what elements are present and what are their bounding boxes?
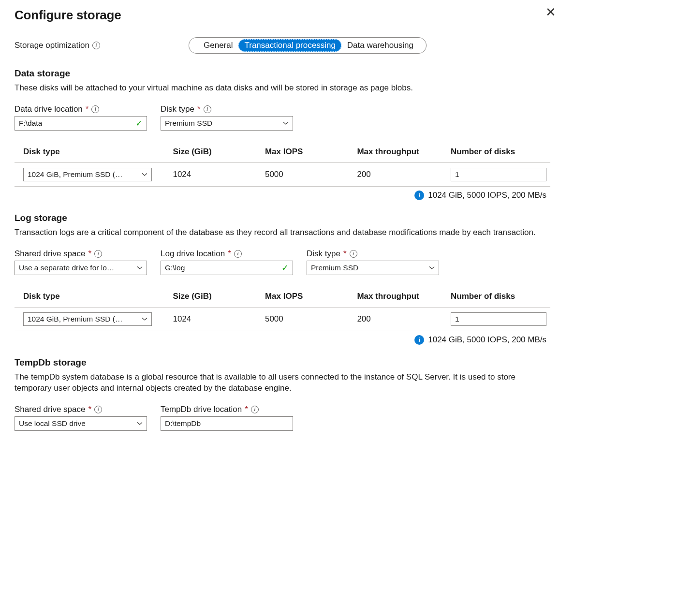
required-indicator: * xyxy=(228,249,231,259)
log-row-throughput: 200 xyxy=(353,307,447,331)
data-row-iops: 5000 xyxy=(261,162,353,186)
chevron-down-icon xyxy=(283,120,289,126)
col-throughput: Max throughput xyxy=(353,287,447,308)
tempdb-shared-drive-select[interactable]: Use local SSD drive xyxy=(15,416,147,431)
table-row: 1024 GiB, Premium SSD (… 1024 5000 200 1 xyxy=(15,307,550,331)
info-icon[interactable]: i xyxy=(91,105,99,113)
data-row-disk-type-select[interactable]: 1024 GiB, Premium SSD (… xyxy=(23,168,152,181)
log-storage-summary: 1024 GiB, 5000 IOPS, 200 MB/s xyxy=(428,335,546,345)
chevron-down-icon xyxy=(137,265,143,271)
chevron-down-icon xyxy=(429,265,435,271)
table-row: 1024 GiB, Premium SSD (… 1024 5000 200 1 xyxy=(15,162,550,186)
pill-general[interactable]: General xyxy=(198,39,238,52)
log-disk-type-select[interactable]: Premium SSD xyxy=(307,261,439,275)
required-indicator: * xyxy=(343,249,347,259)
log-row-disk-type-select[interactable]: 1024 GiB, Premium SSD (… xyxy=(23,312,152,326)
info-badge-icon: i xyxy=(414,191,424,200)
log-storage-description: Transaction logs are a critical componen… xyxy=(15,227,550,238)
log-drive-location-label: Log drive location xyxy=(161,249,225,259)
storage-optimization-label: Storage optimization xyxy=(15,41,89,50)
close-icon[interactable]: ✕ xyxy=(545,6,556,18)
data-storage-description: These disks will be attached to your vir… xyxy=(15,83,550,94)
valid-check-icon: ✓ xyxy=(281,263,289,273)
log-row-num-disks-input[interactable]: 1 xyxy=(451,312,546,326)
chevron-down-icon xyxy=(137,421,143,426)
log-disk-table: Disk type Size (GiB) Max IOPS Max throug… xyxy=(15,287,550,331)
info-icon[interactable]: i xyxy=(350,250,357,258)
data-drive-location-input[interactable]: F:\data ✓ xyxy=(15,116,147,131)
data-row-size: 1024 xyxy=(169,162,261,186)
data-storage-heading: Data storage xyxy=(15,68,550,79)
page-title: Configure storage xyxy=(15,8,550,23)
col-iops: Max IOPS xyxy=(261,287,353,308)
storage-optimization-toggle[interactable]: General Transactional processing Data wa… xyxy=(189,37,427,54)
tempdb-shared-drive-label: Shared drive space xyxy=(15,405,85,414)
info-icon[interactable]: i xyxy=(92,42,100,49)
tempdb-storage-heading: TempDb storage xyxy=(15,357,550,368)
col-size: Size (GiB) xyxy=(169,142,261,163)
col-iops: Max IOPS xyxy=(261,142,353,163)
log-storage-heading: Log storage xyxy=(15,213,550,223)
tempdb-drive-location-input[interactable]: D:\tempDb xyxy=(161,416,293,431)
col-throughput: Max throughput xyxy=(353,142,447,163)
required-indicator: * xyxy=(197,104,201,114)
info-icon[interactable]: i xyxy=(251,406,259,413)
log-shared-drive-label: Shared drive space xyxy=(15,249,85,259)
col-disk-type: Disk type xyxy=(15,142,169,163)
data-row-throughput: 200 xyxy=(353,162,447,186)
data-storage-summary: 1024 GiB, 5000 IOPS, 200 MB/s xyxy=(428,191,546,200)
info-icon[interactable]: i xyxy=(94,250,102,258)
col-num-disks: Number of disks xyxy=(447,287,550,308)
data-disk-table: Disk type Size (GiB) Max IOPS Max throug… xyxy=(15,142,550,187)
tempdb-drive-location-label: TempDb drive location xyxy=(161,405,242,414)
log-disk-type-label: Disk type xyxy=(307,249,340,259)
required-indicator: * xyxy=(86,104,89,114)
chevron-down-icon xyxy=(142,172,147,177)
col-size: Size (GiB) xyxy=(169,287,261,308)
data-disk-type-select[interactable]: Premium SSD xyxy=(161,116,293,131)
log-row-size: 1024 xyxy=(169,307,261,331)
required-indicator: * xyxy=(245,405,248,414)
data-drive-location-label: Data drive location xyxy=(15,104,83,114)
log-drive-location-input[interactable]: G:\log ✓ xyxy=(161,261,293,275)
valid-check-icon: ✓ xyxy=(135,118,143,129)
data-disk-type-label: Disk type xyxy=(161,104,194,114)
info-icon[interactable]: i xyxy=(204,105,211,113)
pill-transactional-processing[interactable]: Transactional processing xyxy=(238,39,341,52)
info-icon[interactable]: i xyxy=(94,406,102,413)
pill-data-warehousing[interactable]: Data warehousing xyxy=(341,39,419,52)
tempdb-storage-description: The tempDb system database is a global r… xyxy=(15,372,550,394)
info-badge-icon: i xyxy=(414,335,424,345)
required-indicator: * xyxy=(88,249,91,259)
chevron-down-icon xyxy=(142,316,147,322)
log-shared-drive-select[interactable]: Use a separate drive for lo… xyxy=(15,261,147,275)
log-row-iops: 5000 xyxy=(261,307,353,331)
required-indicator: * xyxy=(88,405,91,414)
col-disk-type: Disk type xyxy=(15,287,169,308)
data-row-num-disks-input[interactable]: 1 xyxy=(451,168,546,181)
info-icon[interactable]: i xyxy=(234,250,242,258)
col-num-disks: Number of disks xyxy=(447,142,550,163)
